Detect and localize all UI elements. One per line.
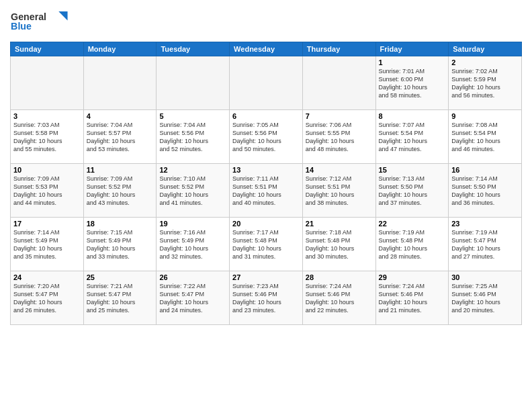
svg-text:Blue: Blue [11, 21, 32, 32]
day-number: 2 [451, 58, 519, 66]
col-header-friday: Friday [375, 42, 449, 56]
week-row-4: 17Sunrise: 7:14 AM Sunset: 5:49 PM Dayli… [11, 218, 522, 271]
day-number: 7 [306, 112, 373, 120]
day-cell: 22Sunrise: 7:19 AM Sunset: 5:48 PM Dayli… [375, 218, 449, 271]
day-number: 17 [13, 220, 81, 228]
day-cell: 6Sunrise: 7:05 AM Sunset: 5:56 PM Daylig… [230, 110, 303, 164]
day-number: 3 [13, 112, 81, 120]
col-header-tuesday: Tuesday [157, 42, 230, 56]
day-cell [302, 56, 375, 110]
day-number: 30 [451, 273, 519, 281]
calendar: SundayMondayTuesdayWednesdayThursdayFrid… [10, 42, 522, 325]
day-cell: 25Sunrise: 7:21 AM Sunset: 5:47 PM Dayli… [83, 271, 157, 325]
day-cell: 14Sunrise: 7:12 AM Sunset: 5:51 PM Dayli… [302, 164, 375, 218]
day-cell: 7Sunrise: 7:06 AM Sunset: 5:55 PM Daylig… [302, 110, 375, 164]
day-info: Sunrise: 7:09 AM Sunset: 5:53 PM Dayligh… [13, 175, 81, 208]
day-number: 10 [13, 166, 81, 174]
day-number: 29 [379, 273, 446, 281]
day-cell [83, 56, 157, 110]
day-number: 6 [232, 112, 300, 120]
day-info: Sunrise: 7:20 AM Sunset: 5:47 PM Dayligh… [13, 282, 81, 315]
day-info: Sunrise: 7:21 AM Sunset: 5:47 PM Dayligh… [87, 282, 154, 315]
day-number: 27 [232, 273, 300, 281]
day-cell: 16Sunrise: 7:14 AM Sunset: 5:50 PM Dayli… [449, 164, 522, 218]
day-cell [157, 56, 230, 110]
day-cell: 9Sunrise: 7:08 AM Sunset: 5:54 PM Daylig… [449, 110, 522, 164]
day-number: 21 [306, 220, 373, 228]
day-info: Sunrise: 7:11 AM Sunset: 5:51 PM Dayligh… [232, 175, 300, 208]
day-info: Sunrise: 7:09 AM Sunset: 5:52 PM Dayligh… [87, 175, 154, 208]
day-number: 25 [87, 273, 154, 281]
day-info: Sunrise: 7:08 AM Sunset: 5:54 PM Dayligh… [451, 121, 519, 154]
day-number: 12 [159, 166, 226, 174]
day-number: 16 [451, 166, 519, 174]
day-cell: 15Sunrise: 7:13 AM Sunset: 5:50 PM Dayli… [375, 164, 449, 218]
day-cell: 8Sunrise: 7:07 AM Sunset: 5:54 PM Daylig… [375, 110, 449, 164]
day-info: Sunrise: 7:12 AM Sunset: 5:51 PM Dayligh… [306, 175, 373, 208]
day-info: Sunrise: 7:19 AM Sunset: 5:48 PM Dayligh… [379, 228, 446, 261]
day-cell: 28Sunrise: 7:24 AM Sunset: 5:46 PM Dayli… [302, 271, 375, 325]
day-info: Sunrise: 7:23 AM Sunset: 5:46 PM Dayligh… [232, 282, 300, 315]
svg-marker-2 [58, 11, 67, 20]
day-number: 20 [232, 220, 300, 228]
day-info: Sunrise: 7:04 AM Sunset: 5:56 PM Dayligh… [159, 121, 226, 154]
day-number: 11 [87, 166, 154, 174]
day-cell [230, 56, 303, 110]
col-header-sunday: Sunday [11, 42, 84, 56]
day-number: 22 [379, 220, 446, 228]
day-info: Sunrise: 7:13 AM Sunset: 5:50 PM Dayligh… [379, 175, 446, 208]
day-number: 18 [87, 220, 154, 228]
day-info: Sunrise: 7:24 AM Sunset: 5:46 PM Dayligh… [379, 282, 446, 315]
day-cell: 29Sunrise: 7:24 AM Sunset: 5:46 PM Dayli… [375, 271, 449, 325]
week-row-2: 3Sunrise: 7:03 AM Sunset: 5:58 PM Daylig… [11, 110, 522, 164]
day-cell: 3Sunrise: 7:03 AM Sunset: 5:58 PM Daylig… [11, 110, 84, 164]
day-info: Sunrise: 7:02 AM Sunset: 5:59 PM Dayligh… [451, 67, 519, 100]
day-info: Sunrise: 7:05 AM Sunset: 5:56 PM Dayligh… [232, 121, 300, 154]
day-info: Sunrise: 7:14 AM Sunset: 5:49 PM Dayligh… [13, 228, 81, 261]
day-cell: 21Sunrise: 7:18 AM Sunset: 5:48 PM Dayli… [302, 218, 375, 271]
week-row-1: 1Sunrise: 7:01 AM Sunset: 6:00 PM Daylig… [11, 56, 522, 110]
day-info: Sunrise: 7:14 AM Sunset: 5:50 PM Dayligh… [451, 175, 519, 208]
day-number: 28 [306, 273, 373, 281]
day-info: Sunrise: 7:19 AM Sunset: 5:47 PM Dayligh… [451, 228, 519, 261]
day-cell: 24Sunrise: 7:20 AM Sunset: 5:47 PM Dayli… [11, 271, 84, 325]
day-cell: 18Sunrise: 7:15 AM Sunset: 5:49 PM Dayli… [83, 218, 157, 271]
day-number: 4 [87, 112, 154, 120]
logo: General Blue [10, 7, 77, 36]
day-cell: 23Sunrise: 7:19 AM Sunset: 5:47 PM Dayli… [449, 218, 522, 271]
col-header-wednesday: Wednesday [230, 42, 303, 56]
day-cell: 1Sunrise: 7:01 AM Sunset: 6:00 PM Daylig… [375, 56, 449, 110]
day-cell [11, 56, 84, 110]
day-cell: 26Sunrise: 7:22 AM Sunset: 5:47 PM Dayli… [157, 271, 230, 325]
col-header-monday: Monday [83, 42, 157, 56]
day-number: 15 [379, 166, 446, 174]
day-info: Sunrise: 7:18 AM Sunset: 5:48 PM Dayligh… [306, 228, 373, 261]
day-info: Sunrise: 7:15 AM Sunset: 5:49 PM Dayligh… [87, 228, 154, 261]
day-cell: 4Sunrise: 7:04 AM Sunset: 5:57 PM Daylig… [83, 110, 157, 164]
day-number: 26 [159, 273, 226, 281]
week-row-3: 10Sunrise: 7:09 AM Sunset: 5:53 PM Dayli… [11, 164, 522, 218]
week-row-5: 24Sunrise: 7:20 AM Sunset: 5:47 PM Dayli… [11, 271, 522, 325]
day-number: 1 [379, 58, 446, 66]
day-number: 19 [159, 220, 226, 228]
day-cell: 13Sunrise: 7:11 AM Sunset: 5:51 PM Dayli… [230, 164, 303, 218]
day-info: Sunrise: 7:22 AM Sunset: 5:47 PM Dayligh… [159, 282, 226, 315]
day-cell: 19Sunrise: 7:16 AM Sunset: 5:49 PM Dayli… [157, 218, 230, 271]
day-cell: 20Sunrise: 7:17 AM Sunset: 5:48 PM Dayli… [230, 218, 303, 271]
day-info: Sunrise: 7:04 AM Sunset: 5:57 PM Dayligh… [87, 121, 154, 154]
page: General Blue SundayMondayTuesdayWednesda… [0, 0, 532, 411]
header-row: SundayMondayTuesdayWednesdayThursdayFrid… [11, 42, 522, 56]
header: General Blue [10, 7, 522, 36]
day-info: Sunrise: 7:03 AM Sunset: 5:58 PM Dayligh… [13, 121, 81, 154]
day-cell: 27Sunrise: 7:23 AM Sunset: 5:46 PM Dayli… [230, 271, 303, 325]
day-number: 14 [306, 166, 373, 174]
day-cell: 2Sunrise: 7:02 AM Sunset: 5:59 PM Daylig… [449, 56, 522, 110]
day-info: Sunrise: 7:06 AM Sunset: 5:55 PM Dayligh… [306, 121, 373, 154]
day-cell: 30Sunrise: 7:25 AM Sunset: 5:46 PM Dayli… [449, 271, 522, 325]
day-number: 9 [451, 112, 519, 120]
day-number: 5 [159, 112, 226, 120]
day-cell: 11Sunrise: 7:09 AM Sunset: 5:52 PM Dayli… [83, 164, 157, 218]
col-header-saturday: Saturday [449, 42, 522, 56]
day-info: Sunrise: 7:25 AM Sunset: 5:46 PM Dayligh… [451, 282, 519, 315]
day-info: Sunrise: 7:17 AM Sunset: 5:48 PM Dayligh… [232, 228, 300, 261]
